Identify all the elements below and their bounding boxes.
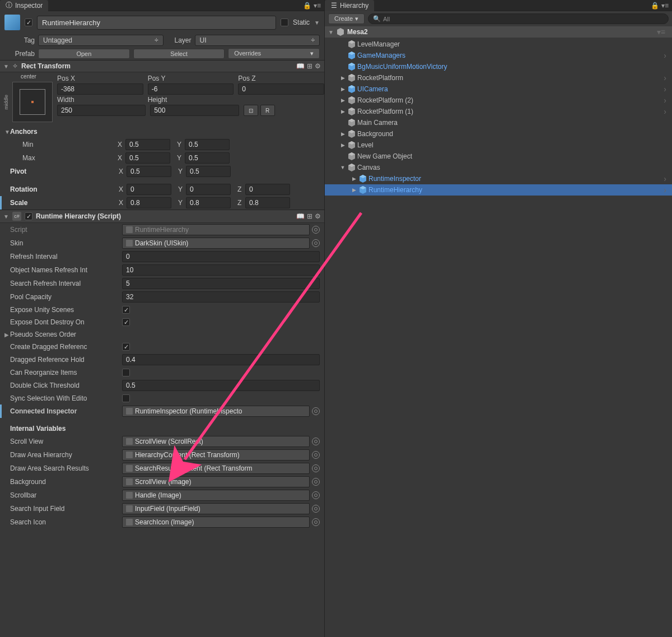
pool-capacity-field[interactable] — [122, 291, 320, 303]
hierarchy-search-input[interactable]: 🔍 All — [368, 13, 669, 24]
foldout-icon[interactable]: ▶ — [339, 142, 346, 148]
dragged-hold-field[interactable] — [122, 354, 320, 365]
foldout-icon[interactable]: ▶ — [339, 97, 346, 103]
object-picker-icon[interactable] — [312, 491, 320, 499]
help-icon[interactable]: 📖 — [296, 212, 305, 220]
foldout-icon[interactable]: ▼ — [3, 63, 9, 69]
hierarchy-item[interactable]: ▶RuntimeInspector› — [325, 173, 672, 184]
gear-icon[interactable]: ⚙ — [315, 212, 321, 220]
active-checkbox[interactable] — [25, 18, 32, 26]
menu-icon[interactable]: ▾≡ — [661, 2, 669, 10]
search-input-obj-field[interactable]: InputField (InputField) — [122, 503, 310, 514]
foldout-icon[interactable]: ▶ — [339, 86, 346, 92]
hierarchy-item[interactable]: BgMusicUniformMotionVictory — [325, 61, 672, 72]
pos-y-field[interactable] — [148, 83, 234, 95]
pivot-x-field[interactable] — [127, 166, 171, 177]
sync-selection-checkbox[interactable] — [122, 394, 130, 402]
component-enabled-checkbox[interactable] — [25, 212, 32, 220]
hierarchy-item[interactable]: GameManagers› — [325, 50, 672, 61]
pos-z-field[interactable] — [238, 83, 324, 95]
foldout-icon[interactable]: ▶ — [351, 187, 357, 193]
scene-menu-icon[interactable]: ▾≡ — [657, 27, 669, 36]
hierarchy-item[interactable]: ▶Background — [325, 128, 672, 140]
foldout-icon[interactable]: ▶ — [339, 131, 346, 137]
hierarchy-tab[interactable]: ☰ Hierarchy — [325, 0, 374, 11]
create-dragged-checkbox[interactable] — [122, 343, 130, 351]
obj-names-refresh-field[interactable] — [122, 264, 320, 276]
scale-x-field[interactable] — [127, 197, 171, 208]
rot-y-field[interactable] — [186, 184, 231, 195]
foldout-icon[interactable]: ▶ — [339, 109, 346, 114]
gameobject-name-field[interactable] — [37, 16, 276, 30]
width-field[interactable] — [57, 105, 146, 116]
rot-x-field[interactable] — [127, 184, 171, 195]
object-picker-icon[interactable] — [312, 438, 320, 445]
hierarchy-item[interactable]: Main Camera — [325, 117, 672, 128]
foldout-icon[interactable]: ▼ — [3, 213, 9, 220]
menu-icon[interactable]: ▾≡ — [314, 2, 321, 10]
hierarchy-item[interactable]: ▶RocketPlatform (2)› — [325, 95, 672, 106]
object-picker-icon[interactable] — [312, 518, 320, 526]
expose-scenes-checkbox[interactable] — [122, 306, 130, 314]
hierarchy-item[interactable]: ▶RocketPlatform (1)› — [325, 106, 672, 117]
draw-area-hierarchy-field[interactable]: HierarchyContent (Rect Transform) — [122, 449, 310, 461]
object-picker-icon[interactable] — [312, 451, 320, 459]
anchor-preset-widget[interactable] — [12, 82, 53, 122]
anchor-max-y-field[interactable] — [185, 152, 230, 164]
pseudo-scenes-foldout-icon[interactable]: ▶ — [4, 332, 10, 338]
search-refresh-field[interactable] — [122, 278, 320, 289]
scene-header[interactable]: ▼ Mesa2 ▾≡ — [325, 26, 672, 38]
double-click-field[interactable] — [122, 380, 320, 391]
expose-dont-destroy-checkbox[interactable] — [122, 318, 130, 326]
scroll-view-field[interactable]: ScrollView (ScrollRect) — [122, 436, 310, 447]
object-picker-icon[interactable] — [312, 239, 320, 247]
foldout-icon[interactable]: ▶ — [351, 176, 357, 182]
hierarchy-item[interactable]: ▶UICamera› — [325, 83, 672, 95]
rect-transform-header[interactable]: ▼ ✧ Rect Transform 📖 ⊞ ⚙ — [0, 60, 324, 72]
preset-icon[interactable]: ⊞ — [307, 62, 312, 70]
anchor-max-x-field[interactable] — [125, 152, 170, 164]
hierarchy-item[interactable]: ▶RocketPlatform› — [325, 72, 672, 83]
object-picker-icon[interactable] — [312, 505, 320, 513]
hierarchy-item[interactable]: ▶Level — [325, 140, 672, 151]
rot-z-field[interactable] — [245, 184, 290, 195]
blueprint-mode-button[interactable]: ⊡ — [244, 105, 258, 116]
background-field[interactable]: ScrollView (Image) — [122, 476, 310, 487]
draw-area-search-field[interactable]: SearchResultsContent (Rect Transform — [122, 463, 310, 474]
lock-icon[interactable]: 🔒 — [651, 2, 659, 10]
prefab-select-button[interactable]: Select — [133, 49, 225, 59]
object-picker-icon[interactable] — [312, 407, 320, 415]
anchor-min-x-field[interactable] — [125, 139, 170, 150]
tag-dropdown[interactable]: Untagged÷ — [38, 35, 164, 46]
hierarchy-item[interactable]: ▶RuntimeHierarchy› — [325, 184, 672, 196]
static-dropdown-icon[interactable]: ▼ — [314, 20, 320, 26]
scale-z-field[interactable] — [245, 197, 290, 208]
foldout-icon[interactable]: ▼ — [339, 165, 346, 170]
pos-x-field[interactable] — [57, 83, 143, 95]
hierarchy-item[interactable]: New Game Object — [325, 151, 672, 162]
skin-field[interactable]: DarkSkin (UISkin) — [122, 238, 310, 249]
connected-inspector-field[interactable]: RuntimeInspector (RuntimeInspecto — [122, 406, 310, 417]
height-field[interactable] — [150, 105, 239, 116]
object-picker-icon[interactable] — [312, 478, 320, 486]
runtime-hierarchy-header[interactable]: ▼ c# Runtime Hierarchy (Script) 📖 ⊞ ⚙ — [0, 210, 324, 223]
static-checkbox[interactable] — [281, 18, 288, 26]
search-icon-obj-field[interactable]: SearchIcon (Image) — [122, 517, 310, 528]
foldout-icon[interactable]: ▶ — [339, 75, 346, 81]
object-picker-icon[interactable] — [312, 464, 320, 472]
raw-edit-button[interactable]: R — [260, 105, 275, 116]
preset-icon[interactable]: ⊞ — [307, 212, 312, 220]
can-reorganize-checkbox[interactable] — [122, 369, 130, 376]
hierarchy-item[interactable]: ▼Canvas — [325, 162, 672, 173]
object-picker-icon[interactable] — [312, 226, 320, 234]
gear-icon[interactable]: ⚙ — [315, 62, 321, 70]
refresh-interval-field[interactable] — [122, 251, 320, 262]
inspector-tab[interactable]: ⓘ Inspector — [0, 0, 48, 11]
pivot-y-field[interactable] — [186, 166, 231, 177]
anchor-min-y-field[interactable] — [185, 139, 230, 150]
gameobject-icon[interactable] — [4, 15, 20, 30]
create-button[interactable]: Create▾ — [328, 13, 365, 24]
hierarchy-item[interactable]: LevelManager — [325, 39, 672, 50]
layer-dropdown[interactable]: UI÷ — [195, 35, 320, 46]
scrollbar-field[interactable]: Handle (Image) — [122, 490, 310, 501]
